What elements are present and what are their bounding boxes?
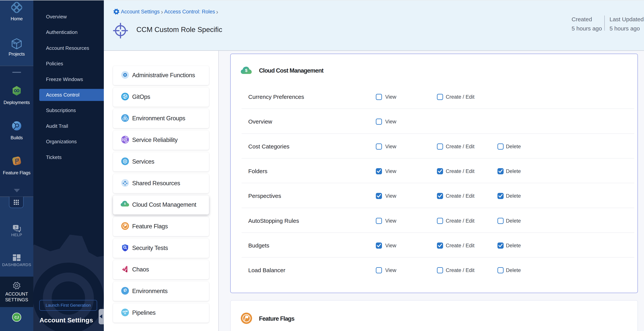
svg-text:$: $ [245,68,248,73]
svg-text:CJ: CJ [14,316,19,319]
svg-text:?: ? [15,226,17,229]
svg-text:$: $ [124,202,126,205]
